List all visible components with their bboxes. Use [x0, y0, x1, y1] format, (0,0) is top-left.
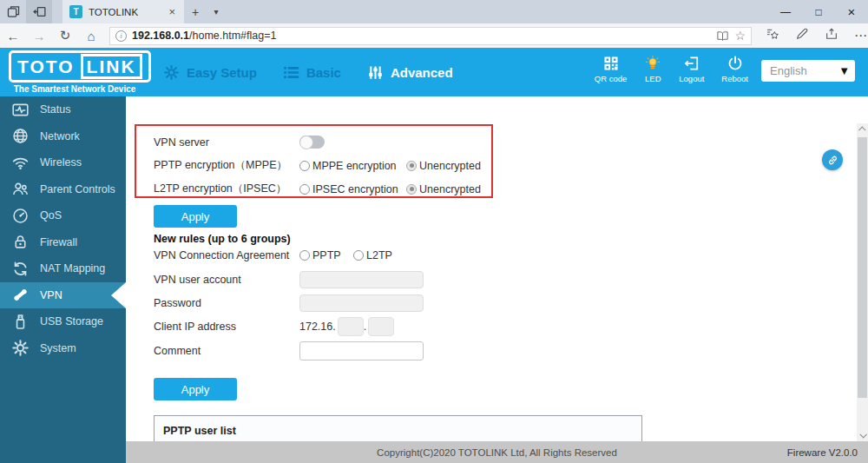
comment-label: Comment — [154, 345, 299, 357]
sidebar-item-system[interactable]: System — [0, 335, 126, 362]
home-icon[interactable]: ⌂ — [78, 29, 104, 43]
l2tp-option[interactable]: L2TP — [353, 249, 392, 261]
nav-easy-setup[interactable]: Easy Setup — [163, 64, 257, 81]
language-value: English — [770, 64, 838, 77]
chevron-down-icon: ▼ — [838, 64, 850, 77]
new-rules-title: New rules (up to 6 groups) — [154, 233, 291, 245]
radio-checked-icon[interactable] — [406, 161, 417, 171]
tab-close-icon[interactable]: × — [167, 5, 177, 18]
tab-favicon: T — [69, 5, 82, 18]
radio-unchecked-icon[interactable] — [353, 250, 364, 261]
mppe-encryption-option[interactable]: MPPE encryption — [299, 160, 406, 172]
scroll-down-icon[interactable] — [857, 429, 868, 441]
vpn-server-toggle[interactable] — [299, 136, 325, 149]
comment-input[interactable] — [299, 341, 424, 360]
reboot-button[interactable]: Reboot — [721, 55, 748, 83]
vpn-server-row: VPN server — [154, 135, 325, 149]
power-icon — [727, 55, 744, 72]
sidebar-item-firewall[interactable]: Firewall — [0, 229, 126, 256]
new-tab-button[interactable]: + — [184, 0, 207, 23]
pptp-user-list-box: PPTP user list — [154, 415, 642, 441]
user-account-input[interactable] — [299, 271, 424, 288]
url-text[interactable]: 192.168.0.1/home.htm#flag=1 — [132, 30, 711, 42]
password-label: Password — [154, 297, 299, 309]
radio-unchecked-icon[interactable] — [299, 250, 310, 261]
pptp-option[interactable]: PPTP — [299, 249, 353, 261]
comment-row: Comment — [154, 341, 424, 361]
page-scrollbar[interactable] — [857, 123, 868, 441]
radio-unchecked-icon[interactable] — [299, 184, 310, 195]
sidebar-item-parent-controls[interactable]: Parent Controls — [0, 176, 126, 203]
share-icon[interactable] — [825, 27, 838, 44]
quick-label: QR code — [595, 74, 628, 83]
ip-prefix: 172.16. — [299, 321, 336, 333]
more-menu-icon[interactable]: ⋯ — [854, 28, 868, 43]
sidebar-item-status[interactable]: Status — [0, 96, 126, 123]
led-button[interactable]: LED — [644, 55, 661, 83]
tab-list-chevron-icon[interactable]: ▾ — [207, 0, 226, 23]
password-input[interactable] — [299, 294, 424, 312]
apply-server-button[interactable]: Apply — [154, 205, 237, 228]
list-icon — [283, 64, 299, 81]
maximize-button[interactable]: □ — [802, 0, 835, 23]
sliders-icon — [367, 64, 384, 81]
reading-view-icon[interactable] — [716, 30, 729, 43]
scroll-up-icon[interactable] — [857, 123, 868, 136]
sidebar-item-nat-mapping[interactable]: NAT Mapping — [0, 255, 126, 282]
annotate-pen-icon[interactable] — [795, 27, 809, 44]
gauge-icon — [11, 207, 30, 225]
link-fab-button[interactable] — [822, 149, 843, 170]
radio-unchecked-icon[interactable] — [299, 161, 310, 171]
globe-icon — [11, 127, 30, 145]
ip-octet4-input[interactable] — [368, 317, 394, 336]
nav-basic[interactable]: Basic — [283, 64, 341, 81]
favorites-list-icon[interactable] — [766, 27, 779, 44]
ipsec-encryption-option[interactable]: IPSEC encryption — [299, 183, 406, 195]
browser-tab[interactable]: T TOTOLINK × — [62, 0, 184, 23]
scrollbar-thumb[interactable] — [858, 137, 867, 398]
nav-advanced[interactable]: Advanced — [367, 64, 453, 81]
sidebar-label: QoS — [40, 209, 62, 222]
close-button[interactable]: × — [835, 0, 868, 23]
tab-preview-icon[interactable] — [0, 0, 26, 23]
l2tp-encryption-label: L2TP encryption（IPSEC） — [154, 182, 299, 196]
qr-code-button[interactable]: QR code — [595, 55, 628, 83]
sidebar-item-usb-storage[interactable]: USB Storage — [0, 308, 126, 335]
minimize-button[interactable]: — — [769, 0, 802, 23]
site-info-icon[interactable]: i — [115, 30, 127, 42]
sidebar-item-vpn[interactable]: VPN — [0, 282, 126, 309]
client-ip-row: Client IP address 172.16. . — [154, 317, 394, 336]
firmware-version: Fireware V2.0.0 — [787, 447, 858, 458]
logout-button[interactable]: Logout — [679, 55, 704, 83]
address-bar[interactable]: i 192.168.0.1/home.htm#flag=1 ☆ — [109, 27, 752, 45]
ip-octet3-input[interactable] — [338, 317, 364, 336]
agreement-row: VPN Connection Agreement PPTP L2TP — [154, 248, 392, 262]
sidebar-item-wireless[interactable]: Wireless — [0, 149, 126, 176]
forward-icon[interactable]: → — [26, 29, 52, 43]
favorite-star-icon[interactable]: ☆ — [734, 29, 746, 43]
url-host: 192.168.0.1 — [132, 30, 189, 42]
l2tp-unencrypted-option[interactable]: Unencrypted — [406, 183, 481, 195]
router-header: TOTO LINK The Smartest Network Device Ea… — [0, 48, 868, 96]
sidebar-item-qos[interactable]: QoS — [0, 202, 126, 229]
sidebar-label: Firewall — [40, 236, 77, 248]
screen: T TOTOLINK × + ▾ — □ × ← → ↻ ⌂ i 192.168… — [0, 0, 868, 463]
radio-checked-icon[interactable] — [406, 184, 417, 195]
url-path: /home.htm#flag=1 — [189, 30, 276, 42]
back-icon[interactable]: ← — [0, 29, 26, 43]
top-navigation: Easy Setup Basic Advanced — [163, 64, 453, 81]
refresh-icon[interactable]: ↻ — [52, 28, 78, 43]
language-select[interactable]: English ▼ — [761, 60, 855, 82]
usb-icon — [11, 313, 30, 331]
logo-tagline: The Smartest Network Device — [9, 84, 141, 94]
qr-code-icon — [602, 55, 620, 72]
vpn-server-label: VPN server — [154, 136, 299, 149]
pptp-unencrypted-option[interactable]: Unencrypted — [406, 160, 481, 172]
set-aside-tabs-icon[interactable] — [26, 0, 52, 23]
sidebar-item-network[interactable]: Network — [0, 123, 126, 150]
quick-label: LED — [645, 74, 661, 83]
quick-label: Reboot — [721, 74, 748, 83]
apply-rule-button[interactable]: Apply — [154, 378, 237, 400]
user-account-row: VPN user account — [154, 270, 424, 289]
sidebar: Status Network Wireless Parent Controls … — [0, 96, 126, 463]
